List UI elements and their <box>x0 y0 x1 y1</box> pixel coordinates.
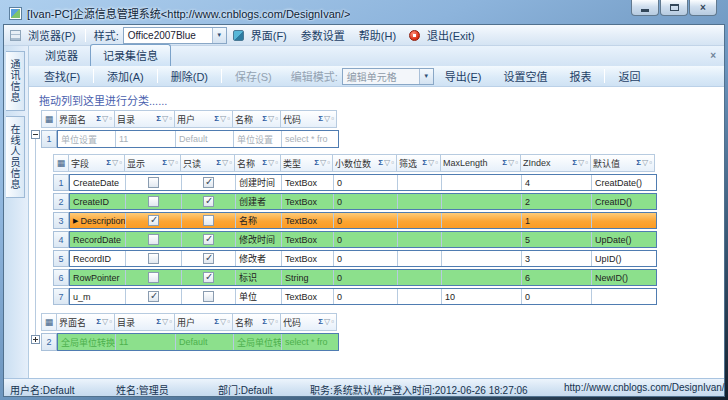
row-indicator[interactable]: 1 <box>41 130 57 148</box>
grid-cell[interactable]: TextBox <box>282 175 334 190</box>
grid-cell[interactable]: Default <box>176 334 234 350</box>
filter-icon[interactable]: ▽ <box>324 318 330 326</box>
expand-row-icon[interactable] <box>31 335 40 344</box>
table-row[interactable]: 4RecordDate修改时间TextBox05UpDate() <box>53 231 724 248</box>
pin-icon[interactable]: ▫ <box>515 159 518 167</box>
collapse-row-icon[interactable] <box>31 130 40 139</box>
grid-cell[interactable] <box>398 175 442 190</box>
filter-icon[interactable]: ▽ <box>168 159 174 167</box>
set-null-button[interactable]: 设置空值 <box>492 68 558 84</box>
column-header[interactable]: 用户Σ▽▫ <box>175 110 233 128</box>
pin-icon[interactable]: ▫ <box>119 159 122 167</box>
grid-cell[interactable] <box>126 232 182 247</box>
grid-cell[interactable]: 创建者 <box>236 194 282 209</box>
grid-cell[interactable]: NewID() <box>592 270 656 285</box>
grid-cell[interactable]: RowPointer <box>70 270 126 285</box>
checkbox[interactable] <box>203 177 214 188</box>
filter-icon[interactable]: ▽ <box>428 159 434 167</box>
grid-cell[interactable]: 11 <box>116 131 176 147</box>
pin-icon[interactable]: ▫ <box>227 318 230 326</box>
checkbox[interactable] <box>148 291 159 302</box>
menu-browser[interactable]: 浏览器(P) <box>21 27 83 43</box>
pin-icon[interactable]: ▫ <box>275 115 278 123</box>
sum-filter-pin-icons[interactable]: Σ▽▫ <box>502 159 518 167</box>
menu-params[interactable]: 参数设置 <box>294 27 352 43</box>
grid-cell[interactable]: CreatDate() <box>592 175 656 190</box>
tab-recordset[interactable]: 记录集信息 <box>90 44 171 66</box>
pin-icon[interactable]: ▫ <box>227 115 230 123</box>
grid-cell[interactable] <box>398 194 442 209</box>
report-button[interactable]: 报表 <box>558 68 602 84</box>
sum-filter-pin-icons[interactable]: Σ▽▫ <box>106 159 122 167</box>
row-indicator[interactable]: 1 <box>53 174 69 191</box>
filter-icon[interactable]: ▽ <box>384 159 390 167</box>
sum-filter-pin-icons[interactable]: Σ▽▫ <box>636 159 652 167</box>
filter-icon[interactable]: ▽ <box>220 318 226 326</box>
checkbox[interactable] <box>148 253 159 264</box>
grid-cell[interactable]: 5 <box>522 232 592 247</box>
grid-cell[interactable]: 0 <box>334 232 398 247</box>
table-row[interactable]: 3▶Description名称TextBox01 <box>53 212 724 229</box>
row-indicator[interactable]: 7 <box>53 288 69 305</box>
grid-cell[interactable]: select * fro <box>282 131 338 147</box>
delete-button[interactable]: 删除(D) <box>160 68 219 84</box>
style-combobox[interactable]: Office2007Blue ▼ <box>123 27 227 44</box>
filter-icon[interactable]: ▽ <box>220 115 226 123</box>
sum-filter-pin-icons[interactable]: Σ▽▫ <box>156 115 172 123</box>
sum-icon[interactable]: Σ <box>214 115 219 123</box>
grid-cell[interactable]: 11 <box>116 334 176 350</box>
row-indicator[interactable]: 6 <box>53 269 69 286</box>
grid-customize-button[interactable]: ▦ <box>41 313 57 331</box>
sum-icon[interactable]: Σ <box>214 318 219 326</box>
grid-cell[interactable]: 0 <box>334 213 398 228</box>
pin-icon[interactable]: ▫ <box>649 159 652 167</box>
find-button[interactable]: 查找(F) <box>33 68 91 84</box>
sum-icon[interactable]: Σ <box>314 159 319 167</box>
column-header[interactable]: 只读Σ▽▫ <box>181 154 235 172</box>
grid-cell[interactable]: select * fro <box>282 334 338 350</box>
sum-icon[interactable]: Σ <box>422 159 427 167</box>
sum-filter-pin-icons[interactable]: Σ▽▫ <box>262 115 278 123</box>
menu-ui[interactable]: 界面(F) <box>244 27 294 43</box>
titlebar[interactable]: [Ivan-PC]企源信息管理系统<http://www.cnblogs.com… <box>3 0 725 24</box>
status-url[interactable]: http://www.cnblogs.com/DesignIvan/ <box>564 382 725 393</box>
sum-icon[interactable]: Σ <box>156 318 161 326</box>
table-row[interactable]: 2CreateID创建者TextBox02CreatID() <box>53 193 724 210</box>
grid-cell[interactable] <box>398 232 442 247</box>
grid-cell[interactable]: 全局单位转换 <box>58 334 116 350</box>
sum-icon[interactable]: Σ <box>216 159 221 167</box>
grid-cell[interactable] <box>182 232 236 247</box>
grid-cell[interactable] <box>182 289 236 304</box>
table-row[interactable]: 1单位设置11Default单位设置select * fro <box>41 130 724 148</box>
filter-icon[interactable]: ▽ <box>268 115 274 123</box>
sum-filter-pin-icons[interactable]: Σ▽▫ <box>214 115 230 123</box>
sum-filter-pin-icons[interactable]: Σ▽▫ <box>214 318 230 326</box>
column-header[interactable]: 名称Σ▽▫ <box>233 313 281 331</box>
pin-icon[interactable]: ▫ <box>331 115 334 123</box>
filter-icon[interactable]: ▽ <box>102 115 108 123</box>
sum-filter-pin-icons[interactable]: Σ▽▫ <box>162 159 178 167</box>
sum-icon[interactable]: Σ <box>106 159 111 167</box>
sum-filter-pin-icons[interactable]: Σ▽▫ <box>318 115 334 123</box>
checkbox[interactable] <box>203 196 214 207</box>
pin-icon[interactable]: ▫ <box>331 318 334 326</box>
grid-cell[interactable] <box>126 251 182 266</box>
grid-cell[interactable] <box>126 175 182 190</box>
column-header[interactable]: 默认值Σ▽▫ <box>591 154 655 172</box>
pin-icon[interactable]: ▫ <box>391 159 394 167</box>
grid-cell[interactable]: TextBox <box>282 213 334 228</box>
column-header[interactable]: 小数位数Σ▽▫ <box>333 154 397 172</box>
edit-mode-combobox[interactable]: 编辑单元格 ▼ <box>342 68 434 85</box>
table-row[interactable]: 7u_m单位TextBox0100 <box>53 288 724 305</box>
grid-cell[interactable]: 名称 <box>236 213 282 228</box>
checkbox[interactable] <box>148 215 159 226</box>
row-indicator[interactable]: 4 <box>53 231 69 248</box>
column-header[interactable]: 代码Σ▽▫ <box>281 313 337 331</box>
chevron-down-icon[interactable]: ▼ <box>212 28 226 43</box>
checkbox[interactable] <box>203 253 214 264</box>
grid-customize-button[interactable]: ▦ <box>41 110 57 128</box>
sum-icon[interactable]: Σ <box>318 115 323 123</box>
grid-cell[interactable] <box>442 213 522 228</box>
sum-filter-pin-icons[interactable]: Σ▽▫ <box>96 115 112 123</box>
grid-cell[interactable] <box>126 289 182 304</box>
